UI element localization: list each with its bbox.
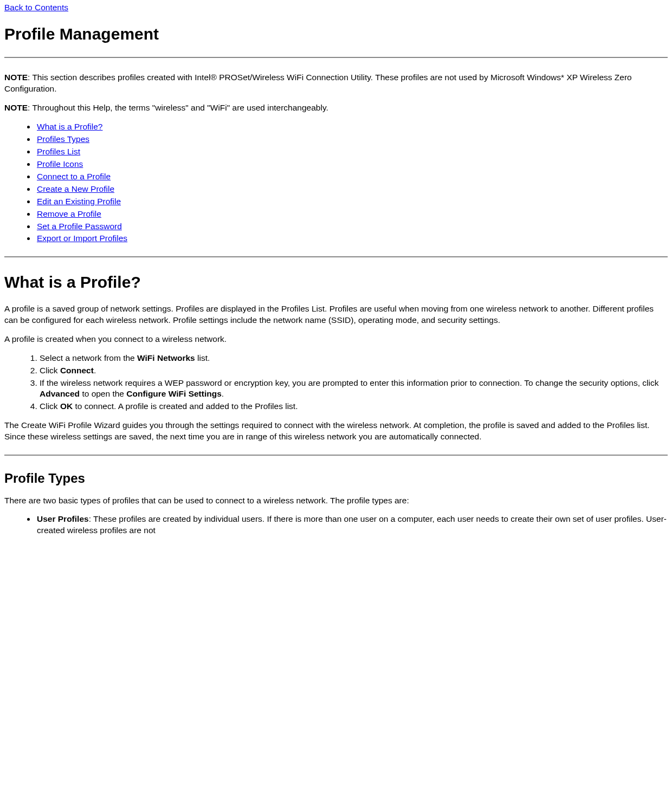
divider	[4, 256, 668, 257]
body-text: A profile is a saved group of network se…	[4, 303, 668, 326]
list-item: Create a New Profile	[36, 184, 668, 195]
list-item: User Profiles: These profiles are create…	[36, 514, 668, 536]
toc-list: What is a Profile? Profiles Types Profil…	[4, 121, 668, 244]
step-text: to connect. A profile is created and add…	[73, 401, 298, 411]
toc-link-what-is-profile[interactable]: What is a Profile?	[37, 122, 102, 131]
section-heading-profile-types: Profile Types	[4, 470, 668, 487]
note-label: NOTE	[4, 103, 28, 112]
list-item: Connect to a Profile	[36, 171, 668, 183]
step-bold: Connect	[60, 366, 94, 375]
step-text: .	[94, 366, 96, 375]
step-bold: OK	[60, 401, 73, 411]
item-text: : These profiles are created by individu…	[37, 514, 667, 535]
toc-link-connect-profile[interactable]: Connect to a Profile	[37, 172, 111, 181]
step-text: If the wireless network requires a WEP p…	[40, 378, 658, 387]
steps-list: Select a network from the WiFi Networks …	[4, 353, 668, 413]
step-bold: Configure WiFi Settings	[126, 389, 222, 398]
section-heading-what-is-profile: What is a Profile?	[4, 271, 668, 294]
back-to-contents-link[interactable]: Back to Contents	[4, 3, 68, 12]
list-item: Profile Icons	[36, 159, 668, 170]
step-bold: WiFi Networks	[137, 353, 195, 362]
note-text: : Throughout this Help, the terms "wirel…	[28, 103, 328, 112]
profile-types-list: User Profiles: These profiles are create…	[4, 514, 668, 536]
list-item: What is a Profile?	[36, 121, 668, 133]
divider	[4, 455, 668, 456]
toc-link-remove-profile[interactable]: Remove a Profile	[37, 209, 101, 218]
body-text: A profile is created when you connect to…	[4, 334, 668, 345]
note-text: : This section describes profiles create…	[4, 73, 632, 93]
note-1: NOTE: This section describes profiles cr…	[4, 72, 668, 95]
toc-link-export-import[interactable]: Export or Import Profiles	[37, 234, 127, 243]
step-text: .	[222, 389, 224, 398]
step-bold: Advanced	[40, 389, 80, 398]
body-text: There are two basic types of profiles th…	[4, 495, 668, 507]
list-item: Set a Profile Password	[36, 221, 668, 232]
list-item: Profiles Types	[36, 134, 668, 145]
list-item: Profiles List	[36, 146, 668, 158]
step-text: Click	[40, 401, 60, 411]
toc-link-create-profile[interactable]: Create a New Profile	[37, 184, 114, 193]
step-text: Click	[40, 366, 60, 375]
list-item: Click OK to connect. A profile is create…	[40, 401, 668, 412]
toc-link-profiles-list[interactable]: Profiles List	[37, 147, 80, 156]
step-text: list.	[195, 353, 210, 362]
list-item: Edit an Existing Profile	[36, 196, 668, 208]
toc-link-edit-profile[interactable]: Edit an Existing Profile	[37, 197, 121, 206]
step-text: Select a network from the	[40, 353, 137, 362]
list-item: Remove a Profile	[36, 209, 668, 220]
divider	[4, 57, 668, 58]
item-label: User Profiles	[37, 514, 89, 523]
page-title: Profile Management	[4, 23, 668, 46]
step-text: to open the	[80, 389, 126, 398]
list-item: Select a network from the WiFi Networks …	[40, 353, 668, 364]
toc-link-profiles-types[interactable]: Profiles Types	[37, 134, 89, 144]
list-item: Export or Import Profiles	[36, 233, 668, 244]
toc-link-set-password[interactable]: Set a Profile Password	[37, 222, 122, 231]
list-item: Click Connect.	[40, 365, 668, 377]
list-item: If the wireless network requires a WEP p…	[40, 378, 668, 400]
toc-link-profile-icons[interactable]: Profile Icons	[37, 159, 83, 169]
body-text: The Create WiFi Profile Wizard guides yo…	[4, 420, 668, 443]
note-label: NOTE	[4, 73, 28, 82]
note-2: NOTE: Throughout this Help, the terms "w…	[4, 102, 668, 114]
